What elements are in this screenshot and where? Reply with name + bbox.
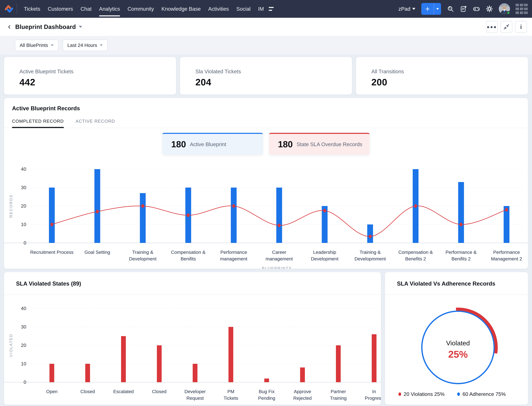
top-navbar: Tickets Customers Chat Analytics Communi… xyxy=(0,0,532,18)
chevron-down-icon xyxy=(412,8,415,10)
svg-text:Bug Fix: Bug Fix xyxy=(259,389,275,394)
records-combo-chart: 010203040RECORDSBLUEPRINTSRecruitment Pr… xyxy=(4,162,528,269)
nav-item-tickets[interactable]: Tickets xyxy=(20,0,44,18)
gamescope-icon[interactable] xyxy=(473,5,480,12)
more-options-button[interactable]: ●●● xyxy=(486,21,498,33)
user-avatar[interactable] xyxy=(499,3,510,14)
page-header: ‹ Blueprint Dashboard ●●● i xyxy=(0,18,532,36)
workspace-label: zPad xyxy=(399,6,410,12)
badge-value: 180 xyxy=(278,139,293,149)
record-tabs: COMPLETED RECORD ACTIVE RECORD xyxy=(4,119,528,128)
chevron-down-icon xyxy=(51,44,54,46)
filter-bar: All BluePrints Last 24 Hours xyxy=(0,36,532,55)
svg-text:Management 2: Management 2 xyxy=(491,256,522,261)
svg-text:Developer: Developer xyxy=(184,389,206,394)
svg-text:Performance &: Performance & xyxy=(446,250,476,255)
svg-text:Goal Setting: Goal Setting xyxy=(84,250,110,255)
svg-text:Compensation &: Compensation & xyxy=(171,250,205,255)
tab-active-record[interactable]: ACTIVE RECORD xyxy=(76,119,115,128)
svg-text:Closed: Closed xyxy=(152,389,167,394)
time-range-filter-dropdown[interactable]: Last 24 Hours xyxy=(63,40,107,51)
svg-text:20: 20 xyxy=(21,203,26,209)
svg-text:Development: Development xyxy=(129,256,156,261)
stat-card-all-transitions: All Transitions 200 xyxy=(356,57,528,94)
blueprint-filter-label: All BluePrints xyxy=(20,43,48,48)
svg-text:Developmment: Developmment xyxy=(354,256,386,261)
nav-item-im[interactable]: IM xyxy=(254,0,268,18)
plus-icon[interactable]: + xyxy=(421,3,434,15)
tab-completed-record[interactable]: COMPLETED RECORD xyxy=(12,119,64,128)
stat-label: Active Blueprint Tickets xyxy=(20,68,176,74)
legend-item-adherence[interactable]: 60 Adherence 75% xyxy=(457,391,506,397)
nav-divider xyxy=(17,3,17,14)
search-icon[interactable] xyxy=(447,5,454,12)
more-tabs-icon[interactable] xyxy=(269,7,274,11)
active-blueprint-records-panel: Active Blueprint Records COMPLETED RECOR… xyxy=(4,98,528,269)
nav-items: Tickets Customers Chat Analytics Communi… xyxy=(20,0,268,18)
svg-text:Rejected: Rejected xyxy=(293,396,312,401)
svg-text:BLUEPRINTS: BLUEPRINTS xyxy=(262,266,292,269)
svg-text:STATES: STATES xyxy=(196,404,214,405)
svg-text:PM: PM xyxy=(227,389,234,394)
nav-item-activities[interactable]: Activities xyxy=(204,0,232,18)
blueprint-filter-dropdown[interactable]: All BluePrints xyxy=(15,40,58,51)
svg-text:20: 20 xyxy=(21,343,26,348)
nav-item-analytics[interactable]: Analytics xyxy=(95,0,124,18)
svg-text:Pending: Pending xyxy=(258,396,275,401)
info-button[interactable]: i xyxy=(515,21,527,33)
svg-text:Performance: Performance xyxy=(493,250,520,255)
svg-text:10: 10 xyxy=(21,222,26,227)
svg-text:Request: Request xyxy=(186,396,204,401)
svg-text:30: 30 xyxy=(21,324,26,329)
svg-text:Benefits 2: Benefits 2 xyxy=(405,256,426,261)
svg-text:Leadership: Leadership xyxy=(313,250,336,255)
svg-text:Progress: Progress xyxy=(365,396,381,401)
svg-text:Training &: Training & xyxy=(360,250,381,255)
svg-text:Development: Development xyxy=(311,256,338,261)
svg-text:Training: Training xyxy=(330,396,347,401)
nav-item-customers[interactable]: Customers xyxy=(44,0,77,18)
apps-grid-icon[interactable] xyxy=(516,4,527,14)
nav-item-knowledge-base[interactable]: Knowledge Base xyxy=(158,0,204,18)
stat-card-active-blueprint-tickets: Active Blueprint Tickets 442 xyxy=(4,57,176,94)
page-title: Blueprint Dashboard xyxy=(15,23,76,30)
dashboard-switcher-caret-icon[interactable] xyxy=(79,26,82,28)
add-new-button[interactable]: + xyxy=(421,3,441,15)
chevron-down-icon xyxy=(100,44,103,46)
svg-text:Closed: Closed xyxy=(80,389,95,394)
stats-row: Active Blueprint Tickets 442 Sla Violate… xyxy=(0,55,532,94)
panel-title: Active Blueprint Records xyxy=(4,105,528,112)
collapse-button[interactable] xyxy=(501,21,512,33)
stat-value: 204 xyxy=(196,77,352,87)
svg-text:Performance: Performance xyxy=(220,250,247,255)
workspace-selector[interactable]: zPad xyxy=(399,6,415,12)
active-blueprint-badge: 180 Active Blueprint xyxy=(162,133,263,155)
violated-states-bar-chart: 010203040VIOLATEDSTATESOpenClosedEscalat… xyxy=(4,295,381,405)
svg-text:Violated: Violated xyxy=(446,339,470,347)
settings-gear-icon[interactable] xyxy=(486,5,493,12)
svg-text:Open: Open xyxy=(46,389,57,394)
nav-item-social[interactable]: Social xyxy=(233,0,254,18)
stat-label: All Transitions xyxy=(371,68,528,74)
svg-text:Career: Career xyxy=(272,250,286,255)
nav-item-community[interactable]: Community xyxy=(124,0,158,18)
svg-text:Tickets: Tickets xyxy=(224,396,238,401)
svg-text:management: management xyxy=(266,256,293,261)
stat-value: 200 xyxy=(371,77,528,87)
svg-text:Compensation &: Compensation & xyxy=(398,250,433,255)
svg-text:40: 40 xyxy=(21,306,26,311)
add-new-dropdown[interactable] xyxy=(434,3,441,15)
nav-item-chat[interactable]: Chat xyxy=(77,0,95,18)
panel-title: SLA Violated States (89) xyxy=(4,272,381,287)
back-button[interactable]: ‹ xyxy=(8,22,15,31)
violated-adherence-donut-chart: Violated25% xyxy=(385,295,528,390)
stat-value: 442 xyxy=(20,77,176,87)
svg-text:40: 40 xyxy=(21,167,26,172)
app-logo-icon[interactable] xyxy=(4,4,14,14)
feeds-icon[interactable] xyxy=(460,5,467,12)
header-actions: ●●● i xyxy=(486,21,527,33)
legend-item-violations[interactable]: 20 Violations 25% xyxy=(399,391,444,397)
svg-text:management: management xyxy=(220,256,247,261)
svg-text:10: 10 xyxy=(21,361,26,366)
summary-badges: 180 Active Blueprint 180 State SLA Overd… xyxy=(4,133,528,155)
